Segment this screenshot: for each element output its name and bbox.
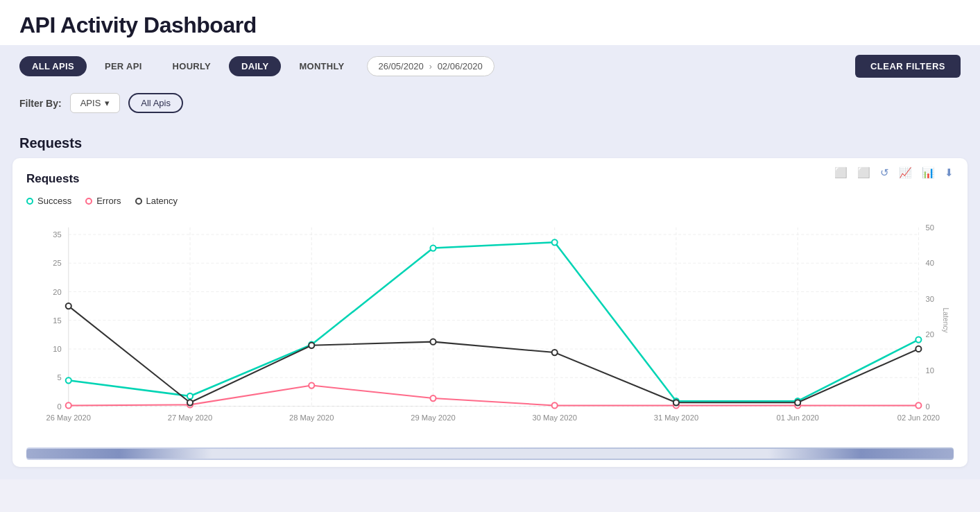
success-legend-label: Success <box>37 196 71 206</box>
line-chart-icon[interactable]: 📈 <box>899 167 912 179</box>
page-title: API Activity Dashboard <box>19 12 961 38</box>
svg-text:10: 10 <box>53 345 61 353</box>
refresh-icon[interactable]: ↺ <box>880 167 889 179</box>
copy-icon[interactable]: ⬜ <box>857 167 870 179</box>
success-point-1 <box>187 393 193 399</box>
svg-text:28 May 2020: 28 May 2020 <box>289 413 334 422</box>
chart-card-title: Requests <box>26 172 80 186</box>
date-arrow-icon: › <box>429 62 432 71</box>
chart-area: 0 5 10 15 20 25 35 0 10 20 30 40 50 Late… <box>26 213 954 442</box>
tab-monthly[interactable]: MONTHLY <box>286 56 356 76</box>
legend-success: Success <box>26 196 71 206</box>
success-legend-dot <box>26 198 33 205</box>
chart-toolbar: ⬜ ⬜ ↺ 📈 📊 ⬇ <box>834 167 954 179</box>
chart-legend: Success Errors Latency <box>26 196 954 206</box>
latency-point-6 <box>795 400 800 405</box>
svg-text:01 Jun 2020: 01 Jun 2020 <box>776 413 818 422</box>
svg-text:20: 20 <box>925 330 934 339</box>
latency-point-2 <box>309 343 314 348</box>
success-point-3 <box>430 245 436 250</box>
tab-all-apis[interactable]: ALL APIS <box>19 56 87 76</box>
svg-text:25: 25 <box>53 259 61 267</box>
svg-text:15: 15 <box>53 316 61 325</box>
svg-text:29 May 2020: 29 May 2020 <box>411 413 455 422</box>
svg-text:Latency: Latency <box>942 308 949 334</box>
toolbar: ALL APIS PER API HOURLY DAILY MONTHLY 26… <box>0 45 980 87</box>
success-point-0 <box>66 377 71 383</box>
clear-filters-button[interactable]: CLEAR FILTERS <box>855 55 961 78</box>
errors-point-2 <box>309 382 314 388</box>
filter-bar: Filter By: APIS ▾ All Apis <box>0 87 980 123</box>
errors-point-3 <box>430 395 436 401</box>
apis-dropdown[interactable]: APIS ▾ <box>70 93 121 113</box>
requests-section-title: Requests <box>0 123 980 158</box>
svg-text:5: 5 <box>57 373 61 382</box>
svg-text:31 May 2020: 31 May 2020 <box>654 413 698 422</box>
errors-point-7 <box>915 402 921 408</box>
legend-latency: Latency <box>135 196 178 206</box>
latency-point-7 <box>915 346 921 352</box>
download-icon[interactable]: ⬇ <box>945 167 954 179</box>
svg-text:50: 50 <box>925 223 934 232</box>
date-to: 02/06/2020 <box>438 61 483 71</box>
svg-text:02 Jun 2020: 02 Jun 2020 <box>897 413 940 422</box>
apis-dropdown-label: APIS <box>80 98 101 108</box>
chart-scrollbar[interactable] <box>26 447 954 460</box>
errors-point-0 <box>66 402 71 408</box>
svg-text:20: 20 <box>53 287 61 296</box>
tab-daily[interactable]: DAILY <box>229 56 281 76</box>
chart-container: Requests ⬜ ⬜ ↺ 📈 📊 ⬇ Success Errors <box>0 158 980 479</box>
chart-scrollbar-thumb[interactable] <box>26 449 954 459</box>
latency-point-3 <box>430 339 436 345</box>
latency-legend-label: Latency <box>146 196 178 206</box>
latency-point-0 <box>66 303 71 309</box>
date-range-pill[interactable]: 26/05/2020 › 02/06/2020 <box>367 56 495 76</box>
legend-errors: Errors <box>85 196 121 206</box>
latency-point-5 <box>673 400 679 405</box>
svg-text:30: 30 <box>925 295 934 303</box>
filter-by-label: Filter By: <box>19 98 62 109</box>
latency-point-4 <box>552 350 558 355</box>
date-from: 26/05/2020 <box>379 61 424 71</box>
svg-text:10: 10 <box>925 366 934 375</box>
errors-point-4 <box>552 402 558 408</box>
all-apis-filter-tag[interactable]: All Apis <box>128 93 183 113</box>
tab-hourly[interactable]: HOURLY <box>160 56 224 76</box>
bar-chart-icon[interactable]: 📊 <box>922 167 935 179</box>
svg-text:26 May 2020: 26 May 2020 <box>46 413 91 422</box>
errors-legend-label: Errors <box>96 196 121 206</box>
tab-per-api[interactable]: PER API <box>92 56 155 76</box>
chart-svg: 0 5 10 15 20 25 35 0 10 20 30 40 50 Late… <box>26 213 954 442</box>
crop-icon[interactable]: ⬜ <box>834 167 848 179</box>
svg-text:30 May 2020: 30 May 2020 <box>532 413 576 422</box>
latency-point-1 <box>187 400 193 405</box>
page-header: API Activity Dashboard <box>0 0 980 45</box>
success-point-7 <box>915 336 921 342</box>
errors-legend-dot <box>85 198 92 205</box>
chart-card: Requests ⬜ ⬜ ↺ 📈 📊 ⬇ Success Errors <box>12 158 968 467</box>
latency-legend-dot <box>135 198 142 205</box>
svg-text:0: 0 <box>57 402 61 410</box>
svg-text:40: 40 <box>925 259 934 267</box>
svg-text:35: 35 <box>53 230 61 239</box>
chevron-down-icon: ▾ <box>105 98 110 108</box>
svg-text:0: 0 <box>925 402 929 410</box>
success-point-4 <box>552 239 558 245</box>
svg-text:27 May 2020: 27 May 2020 <box>168 413 212 422</box>
